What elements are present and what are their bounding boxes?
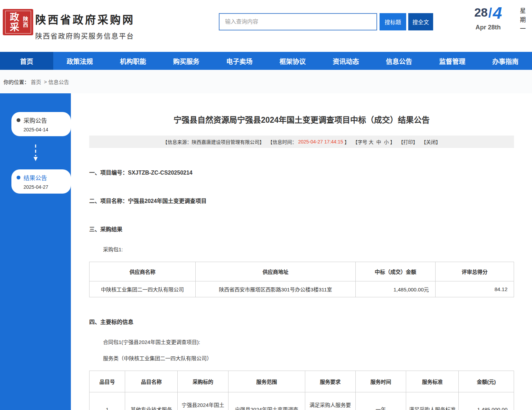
column-header-service-standard: 服务标准 xyxy=(406,371,459,392)
subject-info-table: 品目号 品目名称 采购标的 服务范围 服务要求 服务时间 服务标准 金额(元) … xyxy=(89,371,514,410)
section-project-name: 二、项目名称：宁强县2024年国土变更调查项目 xyxy=(89,196,514,205)
meta-fontsize-label: 【字号 xyxy=(353,138,367,145)
site-subtitle: 陕西省政府购买服务信息平台 xyxy=(35,31,135,41)
sidebar-item-row: 采购公告 xyxy=(17,116,71,124)
cell-item-number: 1 xyxy=(90,392,125,410)
cell-service-time: 一年 xyxy=(355,392,406,410)
nav-item-announcements[interactable]: 信息公告 xyxy=(372,52,426,70)
sidebar-item-label: 结果公告 xyxy=(24,173,47,182)
package-label: 采购包1: xyxy=(89,245,514,253)
site-title: 陕西省政府采购网 xyxy=(35,11,135,27)
column-header-service-requirements: 服务要求 xyxy=(305,371,355,392)
column-header-procurement-subject: 采购标的 xyxy=(178,371,228,392)
sidebar-item-result-notice[interactable]: 结果公告 2025-04-27 xyxy=(11,169,71,194)
article-meta-bar: 【信息来源：陕西嘉唐建设项目管理有限公司】 【信息时间： 2025-04-27 … xyxy=(89,136,514,148)
column-header-award-amount: 中标（成交）金额 xyxy=(355,262,435,281)
logo-side-text: 陕西 xyxy=(22,16,29,28)
breadcrumb-separator: > xyxy=(44,79,47,85)
search-fulltext-button[interactable]: 搜全文 xyxy=(408,13,433,30)
sidebar-item-row: 结果公告 xyxy=(17,173,71,182)
meta-time-value: 2025-04-27 17:44:15 xyxy=(298,139,343,145)
date-numbers: 28/4 xyxy=(466,6,511,20)
logo-main-text: 政采 xyxy=(7,12,21,32)
table-row: 中陕核工业集团二一四大队有限公司 陕西省西安市雁塔区西影路301号办公楼3楼31… xyxy=(90,281,514,297)
table-row: 1 其他专业技术服务 宁强县2024年国土变更调查项目 宁强县2024年国土变更… xyxy=(90,392,514,410)
contract-package-label: 合同包1(宁强县2024年国土变更调查项目): xyxy=(89,338,514,345)
cell-service-scope: 宁强县2024年国土变更调查 xyxy=(228,392,305,410)
nav-item-purchase-services[interactable]: 购买服务 xyxy=(160,52,213,70)
section-subject-info: 四、主要标的信息 xyxy=(89,317,514,326)
breadcrumb: 你的位置： 首页 > 信息公告 xyxy=(0,70,532,93)
column-header-item-number: 品目号 xyxy=(90,371,125,392)
column-header-amount: 金额(元) xyxy=(459,371,514,392)
nav-item-supervision[interactable]: 监督管理 xyxy=(426,52,479,70)
cell-service-standard: 满足采购人服务标准 xyxy=(406,392,459,410)
column-header-service-scope: 服务范围 xyxy=(228,371,305,392)
site-logo[interactable]: 政采 陕西 xyxy=(3,9,33,35)
sidebar-item-date: 2025-04-27 xyxy=(24,184,71,190)
date-day: 28 xyxy=(474,6,488,19)
bullet-icon xyxy=(17,118,20,122)
nav-item-framework-agreements[interactable]: 框架协议 xyxy=(266,52,319,70)
site-header: 政采 陕西 陕西省政府采购网 陕西省政府购买服务信息平台 搜标题 搜全文 28/… xyxy=(0,0,532,52)
meta-source: 【信息来源：陕西嘉唐建设项目管理有限公司】 xyxy=(163,138,264,145)
breadcrumb-home-link[interactable]: 首页 xyxy=(31,78,41,85)
cell-amount: 1,485,000.00 xyxy=(459,392,514,410)
sidebar-item-label: 采购公告 xyxy=(24,116,47,124)
fontsize-small-button[interactable]: 小 xyxy=(384,138,389,145)
search-input[interactable] xyxy=(219,13,377,30)
date-english: Apr 28th xyxy=(466,24,511,31)
search-bar: 搜标题 搜全文 xyxy=(219,13,433,30)
bullet-icon xyxy=(17,176,20,179)
column-header-review-score: 评审总得分 xyxy=(435,262,514,281)
breadcrumb-prefix: 你的位置： xyxy=(3,78,29,85)
sidebar: 采购公告 2025-04-14 结果公告 2025-04-27 xyxy=(0,93,71,410)
date-month: 4 xyxy=(493,4,502,22)
close-button[interactable]: 【关闭】 xyxy=(421,138,441,145)
sidebar-item-procurement-notice[interactable]: 采购公告 2025-04-14 xyxy=(11,112,71,136)
print-button[interactable]: 【打印】 xyxy=(399,138,418,145)
result-table-header-row: 供应商名称 供应商地址 中标（成交）金额 评审总得分 xyxy=(90,262,514,281)
cell-award-amount: 1,485,000.00元 xyxy=(355,281,435,297)
main-area: 采购公告 2025-04-14 结果公告 2025-04-27 宁强县自然资源局… xyxy=(0,93,532,410)
column-header-supplier-address: 供应商地址 xyxy=(196,262,356,281)
cell-supplier-name: 中陕核工业集团二一四大队有限公司 xyxy=(90,281,196,297)
weekday-label: 星期一 xyxy=(518,8,526,35)
cell-item-name: 其他专业技术服务 xyxy=(125,392,178,410)
nav-item-e-marketplace[interactable]: 电子卖场 xyxy=(213,52,266,70)
timeline-arrow xyxy=(0,136,71,169)
meta-fontsize-suffix: 】 xyxy=(390,138,395,145)
nav-item-service-guide[interactable]: 办事指南 xyxy=(479,52,532,70)
main-nav: 首页 政策法规 机构职能 购买服务 电子卖场 框架协议 资讯动态 信息公告 监督… xyxy=(0,52,532,70)
meta-time-label: 【信息时间： xyxy=(268,138,297,145)
cell-service-requirements: 满足采购人服务要求 xyxy=(305,392,355,410)
cell-review-score: 84.12 xyxy=(435,281,514,297)
column-header-service-time: 服务时间 xyxy=(355,371,406,392)
sidebar-item-date: 2025-04-14 xyxy=(24,127,71,132)
column-header-supplier-name: 供应商名称 xyxy=(90,262,196,281)
search-title-button[interactable]: 搜标题 xyxy=(380,13,406,30)
brand: 陕西省政府采购网 陕西省政府购买服务信息平台 xyxy=(35,11,135,41)
breadcrumb-current-link[interactable]: 信息公告 xyxy=(48,78,69,85)
column-header-item-name: 品目名称 xyxy=(125,371,178,392)
date-slash: / xyxy=(488,6,492,20)
result-table: 供应商名称 供应商地址 中标（成交）金额 评审总得分 中陕核工业集团二一四大队有… xyxy=(89,262,514,297)
nav-item-policies[interactable]: 政策法规 xyxy=(53,52,106,70)
arrow-down-icon xyxy=(33,144,38,162)
article-content: 宁强县自然资源局宁强县2024年国土变更调查项目中标（成交）结果公告 【信息来源… xyxy=(71,93,532,410)
fontsize-large-button[interactable]: 大 xyxy=(369,138,374,145)
cell-supplier-address: 陕西省西安市雁塔区西影路301号办公楼3楼311室 xyxy=(196,281,356,297)
section-project-number: 一、项目编号：SXJTZB-ZC-CS20250214 xyxy=(89,168,514,176)
date-display: 28/4 Apr 28th xyxy=(466,6,511,31)
service-category-label: 服务类（中陕核工业集团二一四大队有限公司） xyxy=(89,354,514,362)
nav-item-news[interactable]: 资讯动态 xyxy=(319,52,372,70)
cell-procurement-subject: 宁强县2024年国土变更调查项目 xyxy=(178,392,228,410)
nav-item-functions[interactable]: 机构职能 xyxy=(106,52,160,70)
nav-item-home[interactable]: 首页 xyxy=(0,52,53,70)
meta-time-suffix: 】 xyxy=(345,138,349,145)
subject-table-header-row: 品目号 品目名称 采购标的 服务范围 服务要求 服务时间 服务标准 金额(元) xyxy=(90,371,514,392)
section-procurement-result: 三、采购结果 xyxy=(89,225,514,233)
page-title: 宁强县自然资源局宁强县2024年国土变更调查项目中标（成交）结果公告 xyxy=(89,113,514,125)
site-logo-inner: 政采 陕西 xyxy=(5,11,31,34)
fontsize-medium-button[interactable]: 中 xyxy=(376,138,381,145)
